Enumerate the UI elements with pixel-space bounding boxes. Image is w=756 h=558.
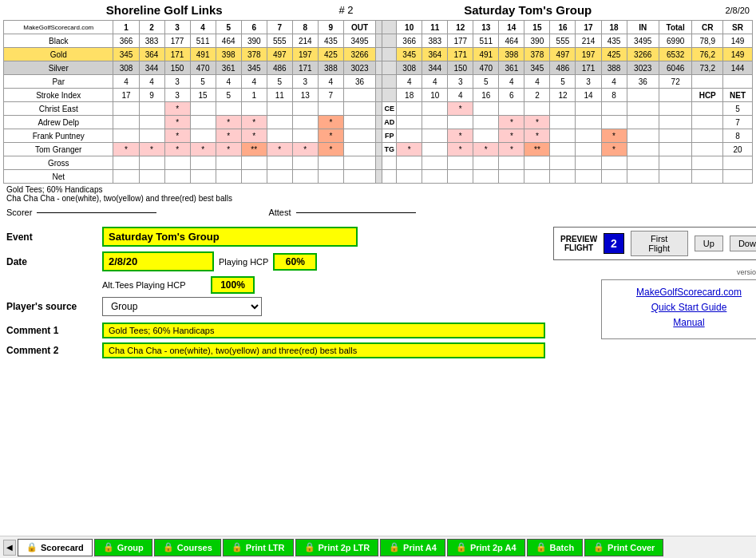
gold-label: Gold	[4, 48, 113, 61]
ad-hcp: 7	[723, 116, 753, 129]
fp-hcp: 8	[723, 129, 753, 143]
notes-line1: Gold Tees; 60% Handicaps	[6, 185, 750, 194]
scroll-left-arrow[interactable]: ◀	[3, 540, 16, 556]
col-17: 17	[576, 21, 601, 34]
tab-batch[interactable]: 🔒 Batch	[527, 539, 584, 556]
alt-tees-row: Alt.Tees Playing HCP 100%	[102, 276, 545, 294]
ad-name: Adrew Delp	[4, 116, 113, 129]
tg-name: Tom Granger	[4, 143, 113, 156]
col-sr: SR	[723, 21, 753, 34]
col-14: 14	[499, 21, 524, 34]
version-text: version V5.4	[737, 268, 756, 276]
gold-row: Gold 3453641714913983784971974253266 345…	[4, 48, 753, 61]
lock-icon-scorecard: 🔒	[26, 542, 38, 552]
website-link[interactable]: MakeGolfScorecard.com	[636, 287, 742, 298]
tab-print-a4[interactable]: 🔒 Print A4	[380, 539, 445, 556]
comment2-label: Comment 2	[6, 345, 102, 356]
col-15: 15	[524, 21, 550, 34]
ce-name: Christ East	[4, 102, 113, 116]
date-input[interactable]	[102, 251, 214, 271]
down-button[interactable]: Down	[730, 235, 756, 251]
flight-number: 2	[604, 233, 623, 254]
tab-courses[interactable]: 🔒 Courses	[154, 539, 221, 556]
tg-hcp: 20	[723, 143, 753, 156]
comment2-input[interactable]	[102, 342, 545, 358]
notes-line2: Cha Cha Cha - one(white), two(yellow) an…	[6, 194, 750, 203]
preview-flight-label: PREVIEW FLIGHT	[560, 235, 597, 252]
col-cr: CR	[692, 21, 723, 34]
bottom-section: Event Date Playing HCP 60% Alt.Tees Play…	[0, 220, 756, 369]
silver-label: Silver	[4, 61, 113, 75]
net-label: Net	[4, 170, 113, 184]
playing-hcp-label: Playing HCP	[219, 257, 268, 267]
scorer-label: Scorer	[6, 208, 32, 217]
divider-col	[376, 21, 382, 34]
attest-line	[296, 212, 416, 213]
comment2-row: Comment 2	[6, 342, 545, 358]
col-2: 2	[139, 21, 164, 34]
lock-icon-print-a4: 🔒	[389, 542, 400, 552]
player-row-fp: Frank Puntney **** FP ****8	[4, 129, 753, 143]
tab-scorecard[interactable]: 🔒 Scorecard	[18, 539, 93, 556]
col-out: OUT	[343, 21, 375, 34]
lock-icon-print-ltr: 🔒	[232, 542, 243, 552]
page-header: Shoreline Golf Links # 2 Saturday Tom's …	[0, 0, 756, 20]
col-total: Total	[659, 21, 692, 34]
date-label: Date	[6, 256, 102, 267]
manual-link[interactable]: Manual	[673, 317, 704, 328]
event-label: Event	[6, 232, 102, 243]
alt-tees-label: Alt.Tees Playing HCP	[102, 280, 206, 290]
black-row: Black 3663831775114643905552144353495 36…	[4, 34, 753, 48]
col-10: 10	[397, 21, 422, 34]
tab-print-2p-a4[interactable]: 🔒 Print 2p A4	[447, 539, 525, 556]
col-8: 8	[292, 21, 318, 34]
scorecard-date: 2/8/20	[686, 6, 750, 15]
comment1-row: Comment 1	[6, 323, 545, 338]
player-source-select[interactable]: Group	[102, 297, 262, 316]
footer-tabs: ◀ 🔒 Scorecard 🔒 Group 🔒 Courses 🔒 Print …	[0, 536, 756, 558]
col-4: 4	[190, 21, 216, 34]
scorecard-table: MakeGolfScorecard.com 1 2 3 4 5 6 7 8 9 …	[3, 20, 753, 184]
date-row: Date Playing HCP 60%	[6, 251, 545, 271]
lock-icon-group: 🔒	[103, 542, 114, 552]
col-3: 3	[164, 21, 190, 34]
si-row: Stroke Index 1793155111137 1810416621214…	[4, 89, 753, 102]
info-box: MakeGolfScorecard.com Quick Start Guide …	[601, 279, 756, 339]
fp-abbr: FP	[382, 129, 397, 143]
col-in: IN	[627, 21, 659, 34]
par-label: Par	[4, 75, 113, 89]
website-cell: MakeGolfScorecard.com	[4, 21, 113, 34]
event-input[interactable]	[102, 227, 358, 247]
fp-name: Frank Puntney	[4, 129, 113, 143]
notes-section: Gold Tees; 60% Handicaps Cha Cha Cha - o…	[0, 184, 756, 204]
comment1-input[interactable]	[102, 323, 545, 338]
lock-icon-batch: 🔒	[536, 542, 547, 552]
tab-print-cover[interactable]: 🔒 Print Cover	[584, 539, 663, 556]
quick-start-link[interactable]: Quick Start Guide	[651, 302, 727, 313]
group-title: Saturday Tom's Group	[370, 3, 687, 17]
par-row: Par 44354453436 4435445343672	[4, 75, 753, 89]
col-5: 5	[216, 21, 241, 34]
col-12: 12	[448, 21, 473, 34]
attest-label: Attest	[268, 208, 291, 217]
right-section: PREVIEW FLIGHT 2 First Flight Up Down ve…	[553, 227, 756, 362]
tab-group[interactable]: 🔒 Group	[94, 539, 152, 556]
si-label: Stroke Index	[4, 89, 113, 102]
preview-flight-box: PREVIEW FLIGHT 2 First Flight Up Down	[553, 227, 756, 260]
col-1: 1	[113, 21, 139, 34]
playing-hcp-value: 60%	[273, 253, 317, 271]
player-source-label: Player's source	[6, 301, 102, 312]
tg-abbr: TG	[382, 143, 397, 156]
tab-print-2p-ltr[interactable]: 🔒 Print 2p LTR	[295, 539, 379, 556]
first-flight-button[interactable]: First Flight	[631, 231, 688, 256]
lock-icon-courses: 🔒	[163, 542, 174, 552]
col-6: 6	[241, 21, 267, 34]
gross-row: Gross	[4, 156, 753, 170]
tab-print-ltr[interactable]: 🔒 Print LTR	[223, 539, 294, 556]
scorecard-num: # 2	[323, 4, 370, 16]
alt-tees-value: 100%	[211, 276, 255, 294]
lock-icon-print-2p-ltr: 🔒	[304, 542, 315, 552]
event-row: Event	[6, 227, 545, 247]
col-18: 18	[601, 21, 627, 34]
up-button[interactable]: Up	[695, 235, 723, 251]
